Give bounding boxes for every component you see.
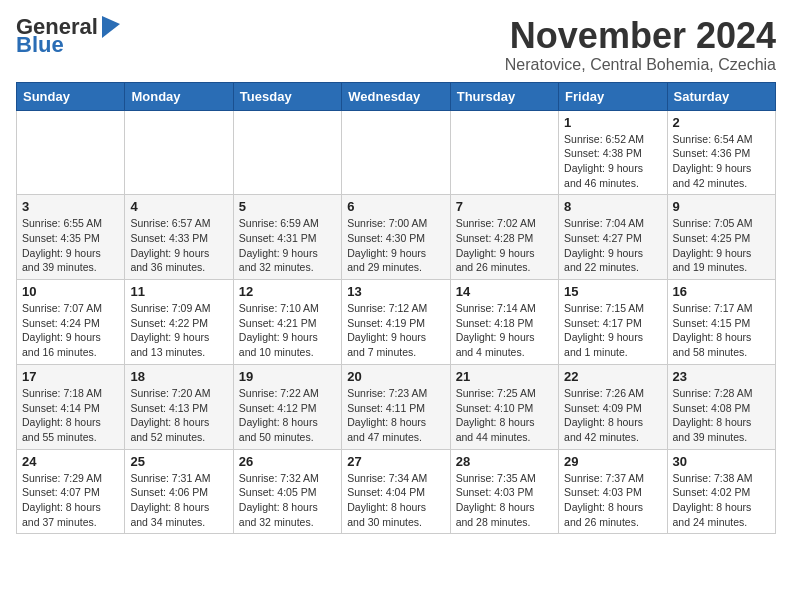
day-number: 19: [239, 369, 336, 384]
day-number: 5: [239, 199, 336, 214]
day-number: 26: [239, 454, 336, 469]
calendar-cell: 4Sunrise: 6:57 AM Sunset: 4:33 PM Daylig…: [125, 195, 233, 280]
header: General Blue November 2024 Neratovice, C…: [16, 16, 776, 74]
week-row-4: 17Sunrise: 7:18 AM Sunset: 4:14 PM Dayli…: [17, 364, 776, 449]
day-number: 21: [456, 369, 553, 384]
calendar-cell: 10Sunrise: 7:07 AM Sunset: 4:24 PM Dayli…: [17, 280, 125, 365]
day-info: Sunrise: 7:15 AM Sunset: 4:17 PM Dayligh…: [564, 301, 661, 360]
calendar-cell: 12Sunrise: 7:10 AM Sunset: 4:21 PM Dayli…: [233, 280, 341, 365]
day-info: Sunrise: 7:29 AM Sunset: 4:07 PM Dayligh…: [22, 471, 119, 530]
logo-icon: [102, 16, 120, 38]
day-number: 10: [22, 284, 119, 299]
svg-marker-0: [102, 16, 120, 38]
day-info: Sunrise: 7:28 AM Sunset: 4:08 PM Dayligh…: [673, 386, 770, 445]
weekday-header-tuesday: Tuesday: [233, 82, 341, 110]
calendar-cell: 15Sunrise: 7:15 AM Sunset: 4:17 PM Dayli…: [559, 280, 667, 365]
calendar-cell: 13Sunrise: 7:12 AM Sunset: 4:19 PM Dayli…: [342, 280, 450, 365]
calendar-cell: 22Sunrise: 7:26 AM Sunset: 4:09 PM Dayli…: [559, 364, 667, 449]
weekday-header-thursday: Thursday: [450, 82, 558, 110]
day-info: Sunrise: 7:04 AM Sunset: 4:27 PM Dayligh…: [564, 216, 661, 275]
weekday-header-row: SundayMondayTuesdayWednesdayThursdayFrid…: [17, 82, 776, 110]
day-info: Sunrise: 7:26 AM Sunset: 4:09 PM Dayligh…: [564, 386, 661, 445]
day-info: Sunrise: 7:23 AM Sunset: 4:11 PM Dayligh…: [347, 386, 444, 445]
day-number: 15: [564, 284, 661, 299]
calendar-cell: 30Sunrise: 7:38 AM Sunset: 4:02 PM Dayli…: [667, 449, 775, 534]
weekday-header-friday: Friday: [559, 82, 667, 110]
calendar-cell: 18Sunrise: 7:20 AM Sunset: 4:13 PM Dayli…: [125, 364, 233, 449]
day-info: Sunrise: 7:02 AM Sunset: 4:28 PM Dayligh…: [456, 216, 553, 275]
day-info: Sunrise: 7:22 AM Sunset: 4:12 PM Dayligh…: [239, 386, 336, 445]
day-number: 9: [673, 199, 770, 214]
day-info: Sunrise: 7:10 AM Sunset: 4:21 PM Dayligh…: [239, 301, 336, 360]
day-number: 18: [130, 369, 227, 384]
title-area: November 2024 Neratovice, Central Bohemi…: [505, 16, 776, 74]
day-info: Sunrise: 7:31 AM Sunset: 4:06 PM Dayligh…: [130, 471, 227, 530]
calendar-cell: 11Sunrise: 7:09 AM Sunset: 4:22 PM Dayli…: [125, 280, 233, 365]
calendar-cell: [342, 110, 450, 195]
day-info: Sunrise: 7:38 AM Sunset: 4:02 PM Dayligh…: [673, 471, 770, 530]
weekday-header-monday: Monday: [125, 82, 233, 110]
week-row-2: 3Sunrise: 6:55 AM Sunset: 4:35 PM Daylig…: [17, 195, 776, 280]
day-info: Sunrise: 7:17 AM Sunset: 4:15 PM Dayligh…: [673, 301, 770, 360]
calendar-cell: 6Sunrise: 7:00 AM Sunset: 4:30 PM Daylig…: [342, 195, 450, 280]
day-info: Sunrise: 6:55 AM Sunset: 4:35 PM Dayligh…: [22, 216, 119, 275]
day-info: Sunrise: 7:14 AM Sunset: 4:18 PM Dayligh…: [456, 301, 553, 360]
week-row-5: 24Sunrise: 7:29 AM Sunset: 4:07 PM Dayli…: [17, 449, 776, 534]
calendar-cell: 21Sunrise: 7:25 AM Sunset: 4:10 PM Dayli…: [450, 364, 558, 449]
day-number: 17: [22, 369, 119, 384]
day-number: 2: [673, 115, 770, 130]
calendar-cell: 9Sunrise: 7:05 AM Sunset: 4:25 PM Daylig…: [667, 195, 775, 280]
calendar-table: SundayMondayTuesdayWednesdayThursdayFrid…: [16, 82, 776, 535]
day-info: Sunrise: 7:05 AM Sunset: 4:25 PM Dayligh…: [673, 216, 770, 275]
calendar-cell: 8Sunrise: 7:04 AM Sunset: 4:27 PM Daylig…: [559, 195, 667, 280]
day-number: 30: [673, 454, 770, 469]
calendar-cell: 3Sunrise: 6:55 AM Sunset: 4:35 PM Daylig…: [17, 195, 125, 280]
calendar-cell: 26Sunrise: 7:32 AM Sunset: 4:05 PM Dayli…: [233, 449, 341, 534]
day-number: 12: [239, 284, 336, 299]
calendar-cell: [450, 110, 558, 195]
calendar-cell: 14Sunrise: 7:14 AM Sunset: 4:18 PM Dayli…: [450, 280, 558, 365]
day-info: Sunrise: 6:57 AM Sunset: 4:33 PM Dayligh…: [130, 216, 227, 275]
day-number: 7: [456, 199, 553, 214]
day-info: Sunrise: 6:52 AM Sunset: 4:38 PM Dayligh…: [564, 132, 661, 191]
calendar-cell: 1Sunrise: 6:52 AM Sunset: 4:38 PM Daylig…: [559, 110, 667, 195]
day-info: Sunrise: 7:09 AM Sunset: 4:22 PM Dayligh…: [130, 301, 227, 360]
weekday-header-sunday: Sunday: [17, 82, 125, 110]
weekday-header-wednesday: Wednesday: [342, 82, 450, 110]
week-row-1: 1Sunrise: 6:52 AM Sunset: 4:38 PM Daylig…: [17, 110, 776, 195]
calendar-cell: [125, 110, 233, 195]
location-title: Neratovice, Central Bohemia, Czechia: [505, 56, 776, 74]
day-info: Sunrise: 6:54 AM Sunset: 4:36 PM Dayligh…: [673, 132, 770, 191]
day-info: Sunrise: 7:20 AM Sunset: 4:13 PM Dayligh…: [130, 386, 227, 445]
calendar-cell: 2Sunrise: 6:54 AM Sunset: 4:36 PM Daylig…: [667, 110, 775, 195]
day-number: 20: [347, 369, 444, 384]
calendar-cell: 25Sunrise: 7:31 AM Sunset: 4:06 PM Dayli…: [125, 449, 233, 534]
calendar-cell: [17, 110, 125, 195]
logo-blue-text: Blue: [16, 34, 64, 56]
day-number: 6: [347, 199, 444, 214]
day-number: 28: [456, 454, 553, 469]
day-number: 11: [130, 284, 227, 299]
day-number: 3: [22, 199, 119, 214]
month-title: November 2024: [505, 16, 776, 56]
day-info: Sunrise: 7:35 AM Sunset: 4:03 PM Dayligh…: [456, 471, 553, 530]
day-number: 4: [130, 199, 227, 214]
calendar-cell: 17Sunrise: 7:18 AM Sunset: 4:14 PM Dayli…: [17, 364, 125, 449]
day-info: Sunrise: 6:59 AM Sunset: 4:31 PM Dayligh…: [239, 216, 336, 275]
day-number: 13: [347, 284, 444, 299]
day-number: 1: [564, 115, 661, 130]
calendar-cell: 19Sunrise: 7:22 AM Sunset: 4:12 PM Dayli…: [233, 364, 341, 449]
day-number: 27: [347, 454, 444, 469]
calendar-cell: 27Sunrise: 7:34 AM Sunset: 4:04 PM Dayli…: [342, 449, 450, 534]
day-info: Sunrise: 7:12 AM Sunset: 4:19 PM Dayligh…: [347, 301, 444, 360]
day-info: Sunrise: 7:00 AM Sunset: 4:30 PM Dayligh…: [347, 216, 444, 275]
day-info: Sunrise: 7:07 AM Sunset: 4:24 PM Dayligh…: [22, 301, 119, 360]
calendar-cell: [233, 110, 341, 195]
day-number: 23: [673, 369, 770, 384]
calendar-cell: 23Sunrise: 7:28 AM Sunset: 4:08 PM Dayli…: [667, 364, 775, 449]
day-info: Sunrise: 7:25 AM Sunset: 4:10 PM Dayligh…: [456, 386, 553, 445]
calendar-cell: 20Sunrise: 7:23 AM Sunset: 4:11 PM Dayli…: [342, 364, 450, 449]
day-number: 29: [564, 454, 661, 469]
weekday-header-saturday: Saturday: [667, 82, 775, 110]
day-number: 25: [130, 454, 227, 469]
